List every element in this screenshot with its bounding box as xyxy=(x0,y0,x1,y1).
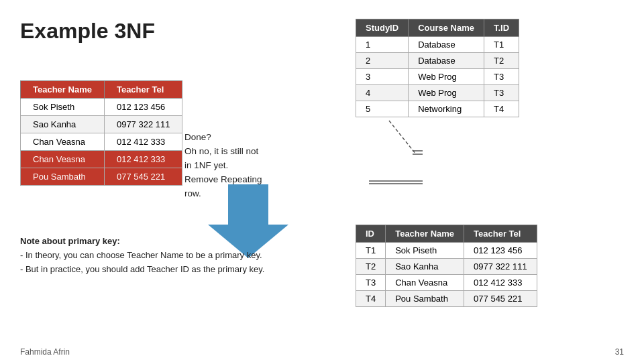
table-row: 077 545 221 xyxy=(104,168,182,186)
table-row: Sao Kanha xyxy=(21,116,105,133)
footer: Fahmida Afrin 31 xyxy=(0,347,644,357)
table-row: Sao Kanha xyxy=(386,259,464,275)
table-row: T1 xyxy=(484,37,519,53)
table-row: T4 xyxy=(484,101,519,117)
done-line1: Done? xyxy=(184,131,262,145)
bottom-header-id: ID xyxy=(356,225,386,243)
study-table: StudyID Course Name T.ID 1DatabaseT12Dat… xyxy=(356,19,519,117)
table-row: Sok Piseth xyxy=(386,243,464,259)
study-table-header-tid: T.ID xyxy=(484,19,519,37)
table-row: 0977 322 111 xyxy=(104,116,182,133)
table-row: T2 xyxy=(484,53,519,69)
teacher-left-header-name: Teacher Name xyxy=(21,81,105,99)
table-row: Pou Sambath xyxy=(21,168,105,186)
table-row: T3 xyxy=(484,69,519,85)
bottom-header-tel: Teacher Tel xyxy=(464,225,537,243)
table-row: 012 412 333 xyxy=(464,275,537,291)
table-row: Chan Veasna xyxy=(386,275,464,291)
done-line4: Remove Repeating xyxy=(184,173,262,187)
note-block: Note about primary key: - In theory, you… xyxy=(20,235,264,276)
teacher-left-table: Teacher Name Teacher Tel Sok Piseth012 1… xyxy=(20,80,182,186)
table-row: Chan Veasna xyxy=(21,133,105,151)
table-row: Networking xyxy=(409,101,484,117)
table-row: 5 xyxy=(356,101,409,117)
table-row: T1 xyxy=(356,243,386,259)
table-row: Pou Sambath xyxy=(386,291,464,307)
study-table-header-studyid: StudyID xyxy=(356,19,409,37)
table-row: T3 xyxy=(356,275,386,291)
bottom-header-name: Teacher Name xyxy=(386,225,464,243)
table-row: Sok Piseth xyxy=(21,99,105,116)
table-row: Web Prog xyxy=(409,85,484,101)
svg-line-0 xyxy=(389,121,416,154)
teacher-left-header-tel: Teacher Tel xyxy=(104,81,182,99)
page-title: Example 3NF xyxy=(20,19,155,44)
table-row: Database xyxy=(409,53,484,69)
table-row: 0977 322 111 xyxy=(464,259,537,275)
table-row: 012 412 333 xyxy=(104,133,182,151)
note-title: Note about primary key: xyxy=(20,236,120,246)
table-row: 4 xyxy=(356,85,409,101)
done-line2: Oh no, it is still not xyxy=(184,145,262,159)
done-line5: row. xyxy=(184,187,262,201)
footer-page: 31 xyxy=(615,347,624,357)
table-row: 012 412 333 xyxy=(104,151,182,168)
teacher-bottom-table: ID Teacher Name Teacher Tel T1Sok Piseth… xyxy=(356,225,537,307)
done-line3: in 1NF yet. xyxy=(184,159,262,173)
table-row: T2 xyxy=(356,259,386,275)
table-row: 012 123 456 xyxy=(104,99,182,116)
note-point: - In theory, you can choose Teacher Name… xyxy=(20,249,264,263)
table-row: 012 123 456 xyxy=(464,243,537,259)
footer-author: Fahmida Afrin xyxy=(20,347,70,357)
table-row: Chan Veasna xyxy=(21,151,105,168)
diagonal-arrow-icon xyxy=(349,114,429,221)
table-row: Database xyxy=(409,37,484,53)
table-row: T3 xyxy=(484,85,519,101)
table-row: 1 xyxy=(356,37,409,53)
table-row: Web Prog xyxy=(409,69,484,85)
done-text-block: Done? Oh no, it is still not in 1NF yet.… xyxy=(184,131,262,201)
table-row: 077 545 221 xyxy=(464,291,537,307)
study-table-header-coursename: Course Name xyxy=(409,19,484,37)
table-row: 2 xyxy=(356,53,409,69)
table-row: 3 xyxy=(356,69,409,85)
table-row: T4 xyxy=(356,291,386,307)
note-point: - But in practice, you should add Teache… xyxy=(20,263,264,277)
